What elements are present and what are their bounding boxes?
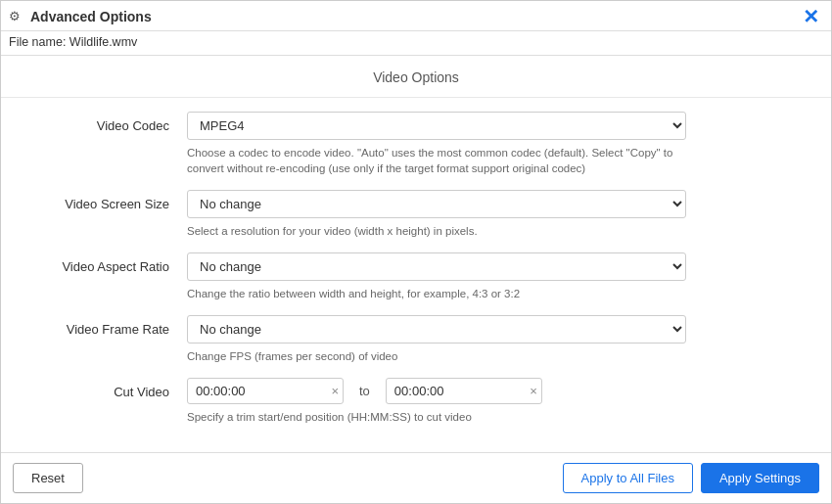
cut-end-clear[interactable]: × <box>530 385 537 397</box>
cut-start-wrap: × <box>187 378 344 404</box>
video-codec-row: Video Codec Auto MPEG4 Copy H.264 H.265 … <box>30 112 802 186</box>
cut-video-label: Cut Video <box>30 378 187 399</box>
video-aspect-ratio-label: Video Aspect Ratio <box>30 252 187 274</box>
file-name-row: File name: Wildlife.wmv <box>1 31 831 56</box>
dialog-body: Video Options Video Codec Auto MPEG4 Cop… <box>1 56 831 452</box>
video-frame-rate-control: No change 15 24 25 30 50 60 Change FPS (… <box>187 315 802 374</box>
advanced-options-dialog: ⚙ Advanced Options ✕ File name: Wildlife… <box>0 0 832 504</box>
gear-icon: ⚙ <box>9 9 24 24</box>
dialog-header: ⚙ Advanced Options ✕ <box>1 1 831 31</box>
video-frame-rate-label: Video Frame Rate <box>30 315 187 337</box>
file-name-label: File name: <box>9 35 66 49</box>
video-aspect-ratio-control: No change 4:3 16:9 3:2 1:1 Change the ra… <box>187 252 802 311</box>
video-screen-size-hint: Select a resolution for your video (widt… <box>187 223 686 249</box>
cut-start-input[interactable] <box>187 378 344 404</box>
cut-to-label: to <box>351 384 378 398</box>
cut-video-row: Cut Video × to × Specify a trim start <box>30 378 802 435</box>
form-group: Video Codec Auto MPEG4 Copy H.264 H.265 … <box>1 98 831 439</box>
video-aspect-ratio-hint: Change the ratio between width and heigh… <box>187 286 686 311</box>
footer-right-buttons: Apply to All Files Apply Settings <box>563 463 819 493</box>
video-aspect-ratio-select[interactable]: No change 4:3 16:9 3:2 1:1 <box>187 252 686 281</box>
title-row: ⚙ Advanced Options <box>9 9 152 24</box>
apply-settings-button[interactable]: Apply Settings <box>701 463 819 493</box>
video-screen-size-control: No change 320x240 640x480 1280x720 1920x… <box>187 190 802 249</box>
cut-start-clear[interactable]: × <box>331 385 339 397</box>
cut-end-wrap: × <box>386 378 542 404</box>
video-screen-size-row: Video Screen Size No change 320x240 640x… <box>30 190 802 249</box>
cut-video-control: × to × Specify a trim start/end position… <box>187 378 802 435</box>
dialog-title: Advanced Options <box>30 9 152 24</box>
dialog-footer: Reset Apply to All Files Apply Settings <box>1 452 831 503</box>
cut-end-input[interactable] <box>386 378 542 404</box>
file-name-value: Wildlife.wmv <box>69 35 137 49</box>
video-frame-rate-hint: Change FPS (frames per second) of video <box>187 348 686 374</box>
apply-all-button[interactable]: Apply to All Files <box>563 463 693 493</box>
video-screen-size-label: Video Screen Size <box>30 190 187 211</box>
video-frame-rate-row: Video Frame Rate No change 15 24 25 30 5… <box>30 315 802 374</box>
video-screen-size-select[interactable]: No change 320x240 640x480 1280x720 1920x… <box>187 190 686 218</box>
cut-video-inputs: × to × <box>187 378 686 404</box>
close-button[interactable]: ✕ <box>801 7 821 26</box>
reset-button[interactable]: Reset <box>13 463 83 493</box>
video-aspect-ratio-row: Video Aspect Ratio No change 4:3 16:9 3:… <box>30 252 802 311</box>
video-codec-select[interactable]: Auto MPEG4 Copy H.264 H.265 MPEG2 VP8 VP… <box>187 112 686 140</box>
video-codec-label: Video Codec <box>30 112 187 133</box>
video-frame-rate-select[interactable]: No change 15 24 25 30 50 60 <box>187 315 686 344</box>
video-codec-hint: Choose a codec to encode video. "Auto" u… <box>187 145 686 186</box>
video-codec-control: Auto MPEG4 Copy H.264 H.265 MPEG2 VP8 VP… <box>187 112 802 186</box>
cut-video-hint: Specify a trim start/end position (HH:MM… <box>187 409 686 435</box>
section-title: Video Options <box>1 56 831 98</box>
